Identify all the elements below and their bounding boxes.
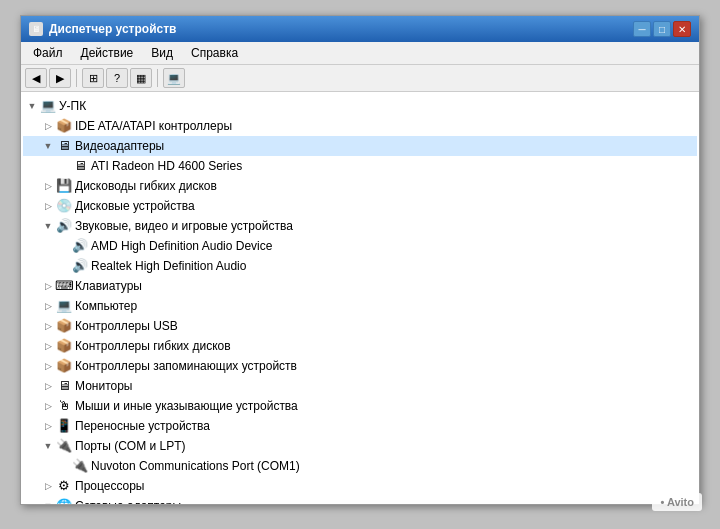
icon-video: 🖥 [56,138,72,154]
expand-ide[interactable]: ▷ [41,119,55,133]
back-button[interactable]: ◀ [25,68,47,88]
expand-floppy-ctrl[interactable]: ▷ [41,179,55,193]
expand-sound[interactable]: ▼ [41,219,55,233]
tree-item-ports[interactable]: ▼ 🔌 Порты (COM и LPT) [23,436,697,456]
expand-portable[interactable]: ▷ [41,419,55,433]
title-buttons: ─ □ ✕ [633,21,691,37]
tree-item-disk[interactable]: ▷ 💿 Дисковые устройства [23,196,697,216]
label-network: Сетевые адаптеры [75,497,181,504]
menu-bar: Файл Действие Вид Справка [21,42,699,65]
label-sound: Звуковые, видео и игровые устройства [75,217,293,235]
tree-item-computer[interactable]: ▷ 💻 Компьютер [23,296,697,316]
menu-file[interactable]: Файл [25,44,71,62]
expand-storage[interactable]: ▷ [41,359,55,373]
label-portable: Переносные устройства [75,417,210,435]
title-bar: 🖥 Диспетчер устройств ─ □ ✕ [21,16,699,42]
tree-item-floppy-ctrl[interactable]: ▷ 💾 Дисководы гибких дисков [23,176,697,196]
label-ati: ATI Radeon HD 4600 Series [91,157,242,175]
icon-nuvoton: 🔌 [72,458,88,474]
icon-ports: 🔌 [56,438,72,454]
tree-item-usb[interactable]: ▷ 📦 Контроллеры USB [23,316,697,336]
icon-realtek: 🔊 [72,258,88,274]
label-cpu: Процессоры [75,477,145,495]
tree-item-ide[interactable]: ▷ 📦 IDE ATA/ATAPI контроллеры [23,116,697,136]
label-nuvoton: Nuvoton Communications Port (COM1) [91,457,300,475]
label-ide: IDE ATA/ATAPI контроллеры [75,117,232,135]
icon-floppy2: 📦 [56,338,72,354]
window-title: Диспетчер устройств [49,22,176,36]
menu-action[interactable]: Действие [73,44,142,62]
tree-item-realtek[interactable]: 🔊 Realtek High Definition Audio [23,256,697,276]
icon-monitors: 🖥 [56,378,72,394]
expand-cpu[interactable]: ▷ [41,479,55,493]
icon-keyboard: ⌨ [56,278,72,294]
expand-keyboard[interactable]: ▷ [41,279,55,293]
label-disk: Дисковые устройства [75,197,195,215]
label-amd: AMD High Definition Audio Device [91,237,272,255]
expand-realtek [57,259,71,273]
minimize-button[interactable]: ─ [633,21,651,37]
expand-usb[interactable]: ▷ [41,319,55,333]
view-button[interactable]: ▦ [130,68,152,88]
icon-cpu: ⚙ [56,478,72,494]
tree-item-video[interactable]: ▼ 🖥 Видеоадаптеры [23,136,697,156]
icon-usb: 📦 [56,318,72,334]
label-pc: У-ПК [59,97,86,115]
tree-item-floppy2[interactable]: ▷ 📦 Контроллеры гибких дисков [23,336,697,356]
icon-disk: 💿 [56,198,72,214]
label-mice: Мыши и иные указывающие устройства [75,397,298,415]
expand-ports[interactable]: ▼ [41,439,55,453]
watermark: • Avito [652,493,702,511]
icon-computer: 💻 [56,298,72,314]
expand-monitors[interactable]: ▷ [41,379,55,393]
forward-button[interactable]: ▶ [49,68,71,88]
window-icon: 🖥 [29,22,43,36]
expand-computer[interactable]: ▷ [41,299,55,313]
toolbar: ◀ ▶ ⊞ ? ▦ 💻 [21,65,699,92]
icon-portable: 📱 [56,418,72,434]
tree-item-network[interactable]: ▼ 🌐 Сетевые адаптеры [23,496,697,504]
separator-2 [157,69,158,87]
tree-item-monitors[interactable]: ▷ 🖥 Мониторы [23,376,697,396]
device-manager-window: 🖥 Диспетчер устройств ─ □ ✕ Файл Действи… [20,15,700,505]
menu-help[interactable]: Справка [183,44,246,62]
icon-sound: 🔊 [56,218,72,234]
icon-storage: 📦 [56,358,72,374]
tree-item-keyboard[interactable]: ▷ ⌨ Клавиатуры [23,276,697,296]
tree-item-portable[interactable]: ▷ 📱 Переносные устройства [23,416,697,436]
computer-button[interactable]: 💻 [163,68,185,88]
close-button[interactable]: ✕ [673,21,691,37]
help-button[interactable]: ? [106,68,128,88]
icon-ati: 🖥 [72,158,88,174]
icon-mice: 🖱 [56,398,72,414]
expand-mice[interactable]: ▷ [41,399,55,413]
device-tree[interactable]: ▼ 💻 У-ПК ▷ 📦 IDE ATA/ATAPI контроллеры ▼… [21,92,699,504]
label-video: Видеоадаптеры [75,137,164,155]
tree-item-amd-audio[interactable]: 🔊 AMD High Definition Audio Device [23,236,697,256]
label-ports: Порты (COM и LPT) [75,437,186,455]
expand-amd [57,239,71,253]
menu-view[interactable]: Вид [143,44,181,62]
label-realtek: Realtek High Definition Audio [91,257,246,275]
icon-pc: 💻 [40,98,56,114]
label-usb: Контроллеры USB [75,317,178,335]
tree-item-storage[interactable]: ▷ 📦 Контроллеры запоминающих устройств [23,356,697,376]
grid-button[interactable]: ⊞ [82,68,104,88]
tree-item-mice[interactable]: ▷ 🖱 Мыши и иные указывающие устройства [23,396,697,416]
maximize-button[interactable]: □ [653,21,671,37]
expand-disk[interactable]: ▷ [41,199,55,213]
tree-item-nuvoton[interactable]: 🔌 Nuvoton Communications Port (COM1) [23,456,697,476]
icon-floppy-ctrl: 💾 [56,178,72,194]
title-bar-left: 🖥 Диспетчер устройств [29,22,176,36]
expand-network[interactable]: ▼ [41,499,55,504]
tree-item-cpu[interactable]: ▷ ⚙ Процессоры [23,476,697,496]
label-floppy2: Контроллеры гибких дисков [75,337,231,355]
tree-item-sound[interactable]: ▼ 🔊 Звуковые, видео и игровые устройства [23,216,697,236]
tree-item-ati[interactable]: 🖥 ATI Radeon HD 4600 Series [23,156,697,176]
label-storage: Контроллеры запоминающих устройств [75,357,297,375]
expand-floppy2[interactable]: ▷ [41,339,55,353]
expand-video[interactable]: ▼ [41,139,55,153]
icon-network: 🌐 [56,498,72,504]
tree-item-pc[interactable]: ▼ 💻 У-ПК [23,96,697,116]
expand-pc[interactable]: ▼ [25,99,39,113]
